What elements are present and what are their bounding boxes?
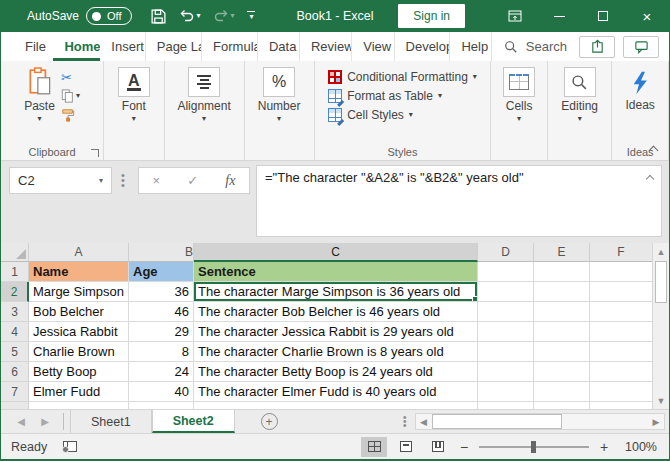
cell-b3[interactable]: 46 [129,302,194,322]
row-header-7[interactable]: 7 [1,382,29,402]
cell-b5[interactable]: 8 [129,342,194,362]
cell-e7[interactable] [534,382,590,402]
maximize-button[interactable] [581,0,625,32]
save-button[interactable] [146,6,171,27]
cell-d2[interactable] [478,282,534,302]
vertical-scroll-thumb[interactable] [655,261,667,303]
cancel-entry-button[interactable]: × [153,173,161,188]
cell-c8[interactable] [194,402,478,409]
cell-styles-button[interactable]: Cell Styles ▾ [328,108,477,122]
cell-d4[interactable] [478,322,534,342]
cell-d7[interactable] [478,382,534,402]
row-header-8[interactable] [1,402,29,409]
sheet-scroll-resize-handle[interactable]: ••• [403,416,407,428]
zoom-out-button[interactable]: − [457,439,471,455]
cell-a1[interactable]: Name [29,262,129,282]
cell-b8[interactable] [129,402,194,409]
horizontal-scrollbar[interactable]: ◀ ▶ [415,413,665,430]
sign-in-button[interactable]: Sign in [398,4,465,28]
page-break-view-button[interactable] [425,437,451,457]
tab-page-layout[interactable]: Page La [146,32,202,61]
format-as-table-button[interactable]: Format as Table ▾ [328,89,477,103]
cell-f8[interactable] [590,402,652,409]
cell-a8[interactable] [29,402,129,409]
tab-insert[interactable]: Insert [100,32,145,61]
tab-file[interactable]: File [11,32,53,61]
alignment-menu-button[interactable]: Alignment ▾ [177,67,230,123]
normal-view-button[interactable] [361,437,387,457]
row-header-6[interactable]: 6 [1,362,29,382]
cell-f7[interactable] [590,382,652,402]
next-sheet-button[interactable]: ▶ [33,410,57,433]
column-header-d[interactable]: D [478,243,534,262]
cell-a4[interactable]: Jessica Rabbit [29,322,129,342]
row-header-4[interactable]: 4 [1,322,29,342]
page-layout-view-button[interactable] [393,437,419,457]
format-painter-button[interactable] [61,107,80,123]
cell-e6[interactable] [534,362,590,382]
formula-input[interactable]: ="The character "&A2&" is "&B2&" years o… [256,165,662,237]
tab-view[interactable]: View [352,32,394,61]
cell-f6[interactable] [590,362,652,382]
cell-a7[interactable]: Elmer Fudd [29,382,129,402]
cell-d6[interactable] [478,362,534,382]
cell-a3[interactable]: Bob Belcher [29,302,129,322]
cell-e4[interactable] [534,322,590,342]
cell-d1[interactable] [478,262,534,282]
cell-e5[interactable] [534,342,590,362]
cell-b1[interactable]: Age [129,262,194,282]
fill-handle[interactable] [472,296,478,302]
copy-button[interactable]: ▾ [61,88,80,104]
confirm-entry-button[interactable]: ✓ [187,173,198,188]
column-header-b[interactable]: B [129,243,194,262]
redo-button[interactable]: ▾ [209,6,239,26]
cell-f4[interactable] [590,322,652,342]
close-button[interactable]: × [625,0,669,32]
cell-e1[interactable] [534,262,590,282]
cell-f5[interactable] [590,342,652,362]
cell-b2[interactable]: 36 [129,282,194,302]
tab-data[interactable]: Data [258,32,300,61]
cell-c6[interactable]: The character Betty Boop is 24 years old [194,362,478,382]
scroll-left-button[interactable]: ◀ [416,417,432,427]
macro-record-button[interactable] [63,441,77,452]
scroll-right-button[interactable]: ▶ [648,417,664,427]
cut-button[interactable]: ✂ [61,69,80,85]
row-header-3[interactable]: 3 [1,302,29,322]
column-header-e[interactable]: E [534,243,590,262]
autosave-toggle[interactable]: Off [86,7,131,25]
cell-c7[interactable]: The character Elmer Fudd is 40 years old [194,382,478,402]
cell-a6[interactable]: Betty Boop [29,362,129,382]
cell-b7[interactable]: 40 [129,382,194,402]
row-header-1[interactable]: 1 [1,262,29,282]
ideas-button[interactable]: Ideas [625,67,654,112]
cell-b4[interactable]: 29 [129,322,194,342]
selected-cell-c2[interactable]: The character Marge Simpson is 36 years … [194,282,478,302]
tab-review[interactable]: Review [300,32,352,61]
cell-c3[interactable]: The character Bob Belcher is 46 years ol… [194,302,478,322]
cell-f2[interactable] [590,282,652,302]
previous-sheet-button[interactable]: ◀ [9,410,33,433]
minimize-button[interactable] [537,0,581,32]
cell-d5[interactable] [478,342,534,362]
font-menu-button[interactable]: A Font ▾ [118,67,150,123]
sheet-tab-sheet1[interactable]: Sheet1 [70,410,152,433]
row-header-2[interactable]: 2 [1,282,29,302]
scroll-up-button[interactable]: ▲ [653,243,669,260]
column-header-a[interactable]: A [29,243,129,262]
cell-c1[interactable]: Sentence [194,262,478,282]
comments-button[interactable] [623,36,659,58]
cell-f3[interactable] [590,302,652,322]
collapse-formula-bar-icon[interactable] [646,175,654,183]
zoom-slider-handle[interactable] [531,441,536,453]
tab-home[interactable]: Home [53,32,100,61]
cell-e8[interactable] [534,402,590,409]
conditional-formatting-button[interactable]: Conditional Formatting ▾ [328,70,477,84]
cell-e2[interactable] [534,282,590,302]
column-header-f[interactable]: F [590,243,652,262]
zoom-in-button[interactable]: + [597,439,611,455]
new-sheet-button[interactable]: + [261,413,278,430]
formula-bar-resize-handle[interactable]: ••• [121,173,125,188]
name-box[interactable]: C2 ▾ [9,167,112,194]
tab-developer[interactable]: Develop [395,32,451,61]
